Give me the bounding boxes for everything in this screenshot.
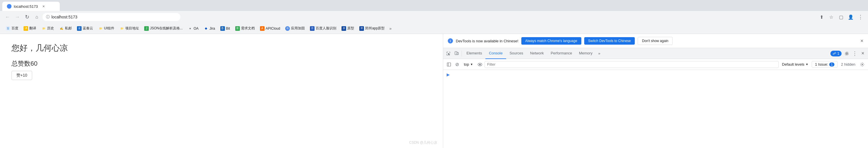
device-tool-button[interactable]	[453, 50, 460, 57]
tab-sources[interactable]: Sources	[506, 48, 527, 59]
levels-dropdown-icon: ▼	[806, 63, 809, 66]
badge-count: 1	[837, 52, 839, 55]
home-button[interactable]: ⌂	[33, 13, 41, 21]
bookmark-requirements-icon: 需	[235, 26, 240, 31]
issue-count-value: 1	[831, 63, 833, 66]
bookmark-button[interactable]: ☆	[827, 13, 835, 21]
greeting-text: 您好，几何心凉	[11, 43, 431, 53]
bookmark-zhengzhou-icon: 郑	[359, 26, 364, 31]
active-tab[interactable]: localhost:5173 ×	[2, 2, 60, 11]
devtools-tabs-bar: Elements Console Sources Network Perform…	[443, 48, 868, 59]
tab-performance[interactable]: Performance	[547, 48, 575, 59]
dont-show-again-button[interactable]: Don't show again	[638, 37, 673, 45]
like-button[interactable]: 赞+10	[11, 71, 32, 80]
svg-rect-2	[447, 63, 451, 66]
bookmark-face[interactable]: 百 百度人脸识别	[308, 25, 339, 32]
nav-bar: ← → ↻ ⌂ ⓘ localhost:5173 ⬆ ☆ ▢ 👤 ⋮	[0, 11, 868, 23]
bookmark-mail-label: 私邮	[65, 26, 72, 31]
address-text: localhost:5173	[52, 15, 77, 19]
filter-input[interactable]	[486, 61, 777, 68]
tab-elements[interactable]: Elements	[463, 48, 486, 59]
filter-section	[485, 61, 779, 68]
forward-button[interactable]: →	[13, 13, 21, 21]
window-button[interactable]: ▢	[837, 13, 845, 21]
clear-console-button[interactable]: ⊘	[454, 61, 460, 68]
bookmark-apicloud-icon: A	[260, 26, 265, 31]
console-issues-badge[interactable]: ☍ 1	[830, 51, 842, 56]
always-match-button[interactable]: Always match Chrome's language	[521, 37, 581, 45]
bookmarks-bar: 百 百度 译 翻译 📁 历史 ✍ 私邮 蓝 蓝奏云 📁 UI组件 📁 项目地址 …	[0, 23, 868, 34]
bookmark-history[interactable]: 📁 历史	[39, 25, 56, 32]
bookmark-face-icon: 百	[310, 26, 314, 31]
bookmark-prototype[interactable]: 原 原型	[339, 25, 356, 32]
context-dropdown-icon: ▼	[470, 63, 473, 66]
address-bar[interactable]: ⓘ localhost:5173	[42, 13, 180, 21]
console-content: ▶	[443, 70, 868, 148]
bookmark-reinforce-label: 应用加固	[291, 26, 305, 31]
bookmark-history-icon: 📁	[41, 26, 46, 31]
bookmark-baidu-label: 百度	[11, 26, 19, 31]
issue-label: 1 Issue:	[815, 62, 828, 67]
bookmarks-more[interactable]: »	[388, 25, 393, 32]
bookmark-bit[interactable]: B Bit	[218, 25, 232, 32]
bookmark-ui[interactable]: 📁 UI组件	[96, 25, 117, 32]
bookmark-json[interactable]: J JSON在线解析及格...	[142, 25, 185, 32]
console-toolbar: ⊘ top ▼ Default levels ▼ 1 Issue: 1 2	[443, 59, 868, 70]
bookmark-project[interactable]: 📁 项目地址	[117, 25, 141, 32]
tab-divider-1	[462, 51, 462, 56]
tab-performance-label: Performance	[551, 51, 572, 55]
tab-network[interactable]: Network	[527, 48, 548, 59]
devtools-close-button[interactable]: ×	[859, 50, 867, 57]
bookmark-oa[interactable]: ★ OA	[186, 25, 201, 32]
tab-memory[interactable]: Memory	[576, 48, 596, 59]
bookmark-zhengzhou[interactable]: 郑 郑州app原型	[357, 25, 387, 32]
reload-button[interactable]: ↻	[23, 13, 31, 21]
console-expand-arrow[interactable]: ▶	[443, 71, 868, 78]
tab-console[interactable]: Console	[486, 48, 506, 59]
tabs-more-button[interactable]: »	[596, 48, 602, 59]
bookmarks-more-icon: »	[389, 26, 392, 31]
sidebar-icon	[447, 63, 451, 67]
svg-point-6	[862, 64, 863, 65]
bookmark-project-icon: 📁	[120, 26, 124, 31]
bookmark-translate[interactable]: 译 翻译	[21, 25, 38, 32]
svg-point-5	[479, 64, 480, 65]
context-selector[interactable]: top ▼	[462, 61, 475, 67]
inspector-tool-button[interactable]	[444, 50, 453, 57]
console-sidebar-button[interactable]	[445, 61, 453, 68]
share-button[interactable]: ⬆	[817, 13, 826, 21]
settings-button[interactable]	[843, 50, 851, 57]
page-content: 您好，几何心凉 总赞数60 赞+10 CSDN @几何心凉	[0, 34, 443, 148]
bookmark-jira-label: Jira	[209, 26, 215, 30]
menu-button[interactable]: ⋮	[857, 13, 865, 21]
eye-button[interactable]	[476, 61, 484, 68]
bookmark-apicloud[interactable]: A APICloud	[258, 25, 283, 32]
console-settings-button[interactable]	[859, 61, 866, 68]
eye-icon	[478, 63, 482, 66]
bookmark-reinforce[interactable]: 应 应用加固	[283, 25, 307, 32]
devtools-more-button[interactable]: ⋮	[851, 50, 859, 57]
bookmark-json-icon: J	[144, 26, 149, 31]
profile-button[interactable]: 👤	[847, 13, 855, 21]
bookmark-lanzou[interactable]: 蓝 蓝奏云	[75, 25, 95, 32]
bookmark-requirements[interactable]: 需 需求文档	[233, 25, 257, 32]
bookmark-oa-label: OA	[194, 26, 198, 30]
default-levels-button[interactable]: Default levels ▼	[780, 61, 811, 67]
bookmark-baidu-icon: 百	[6, 26, 10, 31]
context-label: top	[464, 62, 469, 67]
device-icon	[454, 51, 459, 56]
csdn-watermark: CSDN @几何心凉	[409, 140, 437, 145]
bookmark-baidu[interactable]: 百 百度	[3, 25, 21, 32]
bookmark-mail[interactable]: ✍ 私邮	[57, 25, 74, 32]
bookmark-bit-label: Bit	[226, 26, 230, 30]
tab-title: localhost:5173	[14, 4, 38, 9]
bookmark-history-label: 历史	[47, 26, 54, 31]
notification-close-button[interactable]: ×	[859, 37, 865, 45]
back-button[interactable]: ←	[3, 13, 11, 21]
bookmark-jira[interactable]: ◆ Jira	[202, 25, 217, 32]
switch-chinese-button[interactable]: Switch DevTools to Chinese	[584, 37, 635, 45]
issue-badge[interactable]: 1 Issue: 1	[812, 61, 838, 68]
tab-close-icon[interactable]: ×	[42, 4, 45, 9]
bookmark-oa-icon: ★	[188, 26, 192, 31]
settings-icon	[844, 51, 849, 56]
